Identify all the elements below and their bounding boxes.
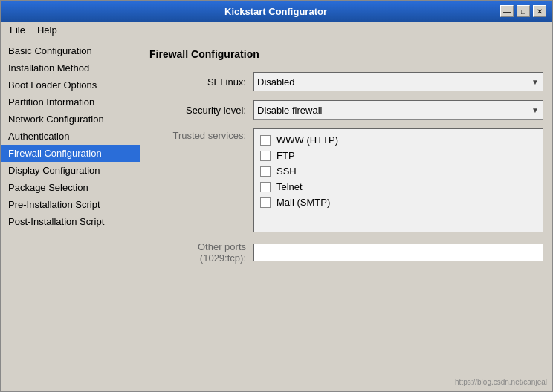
minimize-button[interactable]: — [500,5,514,17]
trusted-services-group: Trusted services: WWW (HTTP)FTPSSHTelnet… [149,128,543,232]
service-item-ftp: FTP [260,148,537,163]
title-bar: Kickstart Configurator — □ ✕ [1,1,552,22]
sidebar: Basic ConfigurationInstallation MethodBo… [1,39,140,391]
sidebar-item-firewall-configuration[interactable]: Firewall Configuration [1,145,140,162]
selinux-dropdown[interactable]: DisabledEnforcingPermissive [253,72,543,91]
label-telnet: Telnet [276,181,303,192]
checkbox-telnet[interactable] [260,182,271,192]
sidebar-item-pre-installation-script[interactable]: Pre-Installation Script [1,196,140,213]
label-wwwhttp: WWW (HTTP) [276,134,338,146]
label-ssh: SSH [276,166,297,177]
window: Kickstart Configurator — □ ✕ FileHelp Ba… [0,0,553,392]
trusted-services-label: Trusted services: [149,128,253,232]
sidebar-item-boot-loader-options[interactable]: Boot Loader Options [1,76,140,94]
selinux-label: SELinux: [149,76,253,88]
maximize-button[interactable]: □ [517,5,530,17]
checkbox-ftp[interactable] [260,151,271,161]
label-mailsmtp: Mail (SMTP) [276,197,330,208]
sidebar-item-basic-configuration[interactable]: Basic Configuration [1,42,140,59]
window-title: Kickstart Configurator [51,6,500,17]
services-list: WWW (HTTP)FTPSSHTelnetMail (SMTP) [253,128,543,232]
security-level-group: Security level: Disable firewallEnable f… [149,100,543,120]
sidebar-item-authentication[interactable]: Authentication [1,128,140,145]
selinux-control: DisabledEnforcingPermissive [253,72,543,91]
service-item-telnet: Telnet [260,179,537,195]
other-ports-input[interactable] [253,244,543,261]
sidebar-item-package-selection[interactable]: Package Selection [1,179,140,196]
other-ports-label: Other ports (1029:tcp): [149,241,253,264]
close-button[interactable]: ✕ [533,5,546,17]
sidebar-item-partition-information[interactable]: Partition Information [1,94,140,111]
label-ftp: FTP [276,150,295,161]
content-area: Basic ConfigurationInstallation MethodBo… [1,39,552,391]
sidebar-item-display-configuration[interactable]: Display Configuration [1,162,140,179]
menu-item-file[interactable]: File [4,23,31,37]
checkbox-ssh[interactable] [260,166,271,177]
service-item-wwwhttp: WWW (HTTP) [260,132,537,148]
sidebar-item-installation-method[interactable]: Installation Method [1,59,140,76]
security-level-label: Security level: [149,105,253,116]
section-title: Firewall Configuration [149,48,543,60]
service-item-mailsmtp: Mail (SMTP) [260,195,537,210]
checkbox-mailsmtp[interactable] [260,197,271,208]
sidebar-item-network-configuration[interactable]: Network Configuration [1,111,140,128]
sidebar-item-post-installation-script[interactable]: Post-Installation Script [1,213,140,230]
security-level-select-wrapper: Disable firewallEnable firewallNo firewa… [253,100,543,120]
main-panel: Firewall Configuration SELinux: Disabled… [140,39,552,391]
security-level-dropdown[interactable]: Disable firewallEnable firewallNo firewa… [253,100,543,120]
service-item-ssh: SSH [260,163,537,179]
other-ports-group: Other ports (1029:tcp): [149,241,543,264]
checkbox-wwwhttp[interactable] [260,135,271,146]
menu-item-help[interactable]: Help [31,23,63,37]
selinux-select-wrapper: DisabledEnforcingPermissive [253,72,543,91]
selinux-group: SELinux: DisabledEnforcingPermissive [149,72,543,91]
title-bar-buttons: — □ ✕ [500,5,546,17]
menu-bar: FileHelp [1,22,552,39]
watermark: https://blog.csdn.net/canjeal [455,378,547,386]
security-level-control: Disable firewallEnable firewallNo firewa… [253,100,543,120]
